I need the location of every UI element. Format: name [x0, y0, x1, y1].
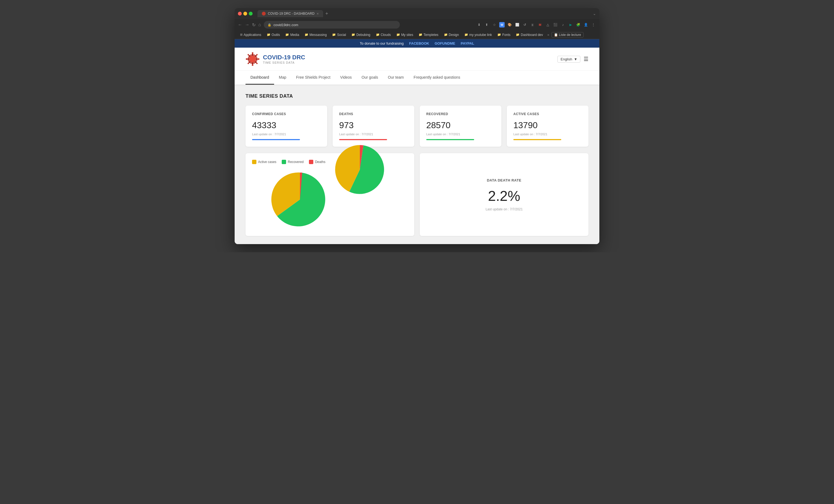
bookmark-outils-label: Outils — [272, 33, 280, 37]
apps-grid-icon: ⊞ — [240, 33, 243, 37]
reload-button[interactable]: ↻ — [252, 22, 256, 27]
nav-item-our-team[interactable]: Our team — [383, 71, 409, 85]
reading-list-icon: 📋 — [554, 33, 558, 37]
navigation-bar: Dashboard Map Free Shields Project Video… — [235, 71, 599, 85]
site-title-sub: TIME SERIES DATA — [263, 61, 305, 64]
extension-icon[interactable]: ⬜ — [514, 22, 520, 27]
extension-audio-icon[interactable]: ♪ — [560, 22, 566, 27]
nav-item-our-goals[interactable]: Our goals — [356, 71, 383, 85]
share-icon[interactable]: ⬆ — [484, 22, 489, 27]
folder-icon-youtube: 📁 — [464, 33, 468, 37]
new-tab-button[interactable]: + — [325, 11, 328, 17]
svg-point-16 — [257, 54, 258, 56]
minimize-button[interactable] — [243, 12, 247, 16]
svg-point-12 — [246, 58, 247, 60]
active-tab[interactable]: COVID-19 DRC - DASHBOARD ✕ — [258, 10, 323, 17]
language-selector[interactable]: English ▼ — [557, 56, 580, 63]
death-rate-card: DATA DEATH RATE 2.2% Last update on : 7/… — [420, 153, 589, 236]
more-options-icon[interactable]: ⋮ — [591, 22, 596, 27]
gofundme-link[interactable]: GOFUNDME — [435, 41, 455, 45]
bookmark-outils[interactable]: 📁 Outils — [265, 32, 282, 38]
reading-list-button[interactable]: 📋 Liste de lecture — [551, 32, 584, 38]
svg-point-17 — [248, 63, 249, 64]
folder-icon-fonts: 📁 — [497, 33, 501, 37]
extension-screen-icon[interactable]: ⬛ — [552, 22, 558, 27]
extension-triangle-icon[interactable]: △ — [545, 22, 550, 27]
confirmed-cases-card: CONFIRMED CASES 43333 Last update on : 7… — [245, 106, 327, 147]
home-button[interactable]: ⌂ — [258, 22, 261, 27]
browser-actions: ⬇ ⬆ ☆ W 🎨 ⬜ ↺ ⧖ M △ ⬛ ♪ ▶ 🧩 👤 ⋮ — [476, 22, 596, 27]
refresh-icon[interactable]: ↺ — [522, 22, 527, 27]
nav-item-dashboard[interactable]: Dashboard — [245, 71, 274, 85]
facebook-link[interactable]: FACEBOOK — [409, 41, 429, 45]
bookmark-dashboard-dev[interactable]: 📁 Dashboard dev — [513, 32, 545, 38]
nav-item-map[interactable]: Map — [274, 71, 291, 85]
header-right: English ▼ ☰ — [557, 56, 589, 63]
donation-text: To donate to our fundraising — [360, 41, 404, 45]
legend-deaths-label: Deaths — [315, 160, 325, 164]
folder-icon-templetes: 📁 — [419, 33, 422, 37]
bookmark-youtube-label: my youtube link — [469, 33, 492, 37]
deaths-value: 973 — [339, 120, 408, 130]
download-icon[interactable]: ⬇ — [476, 22, 482, 27]
close-button[interactable] — [238, 12, 242, 16]
bookmark-templetes-label: Templetes — [423, 33, 439, 37]
nav-item-free-shields[interactable]: Free Shields Project — [291, 71, 335, 85]
svg-point-10 — [252, 52, 254, 54]
tab-favicon — [262, 12, 266, 16]
bookmark-mysites[interactable]: 📁 My sites — [394, 32, 415, 38]
bookmark-debubing[interactable]: 📁 Debubing — [349, 32, 372, 38]
nav-item-faq[interactable]: Frequently asked questions — [409, 71, 465, 85]
nav-item-videos[interactable]: Videos — [335, 71, 357, 85]
extension-filter-icon[interactable]: ⧖ — [530, 22, 535, 27]
death-rate-value: 2.2% — [488, 188, 521, 204]
active-cases-card: ACTIVE CASES 13790 Last update on : 7/7/… — [507, 106, 589, 147]
bookmark-star-icon[interactable]: ☆ — [491, 22, 497, 27]
folder-icon-media: 📁 — [285, 33, 289, 37]
back-button[interactable]: ← — [238, 22, 242, 27]
bookmark-templetes[interactable]: 📁 Templetes — [416, 32, 441, 38]
bookmark-social[interactable]: 📁 Social — [330, 32, 348, 38]
death-rate-title: DATA DEATH RATE — [487, 178, 522, 182]
death-rate-update: Last update on : 7/7/2021 — [486, 207, 523, 211]
donation-banner: To donate to our fundraising FACEBOOK GO… — [235, 39, 599, 48]
more-bookmarks-icon[interactable]: » — [547, 32, 549, 37]
folder-icon-mysites: 📁 — [396, 33, 400, 37]
bookmark-applications-label: Applications — [244, 33, 261, 37]
tab-close-button[interactable]: ✕ — [316, 12, 319, 15]
traffic-lights — [238, 12, 253, 16]
bookmark-youtube[interactable]: 📁 my youtube link — [462, 32, 494, 38]
hamburger-menu-icon[interactable]: ☰ — [584, 56, 589, 62]
bookmark-mysites-label: My sites — [401, 33, 413, 37]
address-field[interactable]: 🔒 covid19drc.com — [264, 21, 400, 28]
folder-icon-outils: 📁 — [267, 33, 270, 37]
bookmark-messassing-label: Messassing — [309, 33, 327, 37]
website-content: To donate to our fundraising FACEBOOK GO… — [235, 39, 599, 244]
bookmark-design[interactable]: 📁 Design — [442, 32, 461, 38]
active-cases-value: 13790 — [513, 120, 582, 130]
site-header: COVID-19 DRC TIME SERIES DATA English ▼ … — [235, 48, 599, 71]
forward-button[interactable]: → — [245, 22, 249, 27]
bookmark-clouds[interactable]: 📁 Clouds — [374, 32, 393, 38]
site-title-main: COVID-19 DRC — [263, 54, 305, 61]
extension-color-icon[interactable]: 🎨 — [507, 22, 512, 27]
folder-icon-messassing: 📁 — [305, 33, 308, 37]
nav-faq-label: Frequently asked questions — [414, 75, 460, 80]
bookmark-media[interactable]: 📁 Media — [283, 32, 301, 38]
bookmark-messassing[interactable]: 📁 Messassing — [302, 32, 329, 38]
pie-chart-card: Active cases Recovered Deaths — [245, 153, 414, 236]
recovered-card: RECOVERED 28570 Last update on : 7/7/202… — [420, 106, 501, 147]
bookmark-applications[interactable]: ⊞ Applications — [238, 32, 263, 38]
avatar-icon[interactable]: 👤 — [583, 22, 589, 27]
bookmark-fonts[interactable]: 📁 Fonts — [495, 32, 512, 38]
puzzle-icon[interactable]: 🧩 — [575, 22, 581, 27]
nav-dashboard-label: Dashboard — [250, 75, 269, 80]
gmail-icon[interactable]: M — [537, 22, 543, 27]
bookmark-clouds-label: Clouds — [381, 33, 391, 37]
maximize-button[interactable] — [249, 12, 253, 16]
tab-chevron[interactable]: ⌄ — [593, 12, 596, 16]
extension-w-icon[interactable]: W — [499, 22, 505, 27]
paypal-link[interactable]: PAYPAL — [461, 41, 475, 45]
recovered-bar — [426, 139, 474, 140]
extension-meet-icon[interactable]: ▶ — [568, 22, 573, 27]
